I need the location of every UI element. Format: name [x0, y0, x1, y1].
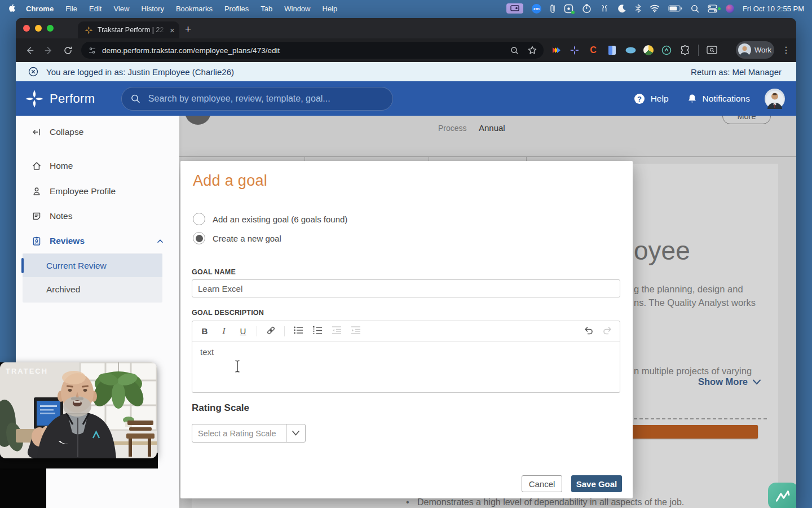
global-search[interactable]	[121, 87, 393, 111]
undo-button[interactable]	[582, 326, 594, 336]
bullet-list-button[interactable]	[293, 326, 304, 336]
chat-widget-logo-icon	[775, 489, 792, 503]
radio-create-goal[interactable]: Create a new goal	[193, 232, 281, 244]
return-as-link[interactable]: Return as: Mel Manager	[691, 67, 782, 77]
menubar-item-view[interactable]: View	[113, 5, 129, 13]
svg-text:?: ?	[637, 94, 642, 103]
menubar-item-history[interactable]: History	[141, 5, 164, 13]
tab-search-icon[interactable]	[706, 45, 717, 56]
control-center-icon[interactable]	[708, 5, 717, 13]
paperclip-icon[interactable]	[550, 4, 555, 14]
browser-tab[interactable]: Trakstar Perform | 22 Platform ×	[78, 21, 179, 38]
collapse-label: Collapse	[50, 127, 83, 137]
spotlight-search-icon[interactable]	[691, 5, 699, 13]
stop-impersonation-icon[interactable]	[28, 67, 38, 77]
sidebar-subitem-current-review[interactable]: Current Review	[23, 254, 162, 277]
airpods-icon[interactable]	[600, 5, 609, 12]
redo-button[interactable]	[602, 326, 613, 336]
extension-ring-icon[interactable]	[661, 45, 672, 56]
extension-oval-icon[interactable]	[625, 45, 636, 56]
sidebar-item-notes[interactable]: Notes	[16, 208, 179, 225]
reload-button[interactable]	[62, 45, 73, 56]
extension-c-icon[interactable]: C	[588, 45, 599, 56]
numbered-list-button[interactable]	[312, 326, 323, 336]
brand-name[interactable]: Perform	[50, 91, 95, 106]
macos-menubar: Chrome File Edit View History Bookmarks …	[0, 0, 812, 17]
url-text[interactable]: demo.perform.trakstar.com/employee_plans…	[102, 46, 280, 55]
browser-profile-chip[interactable]: Work	[736, 41, 774, 59]
radio-circle-checked[interactable]	[193, 232, 205, 244]
notifications-button[interactable]: Notifications	[687, 93, 750, 104]
menubar-item-chrome[interactable]: Chrome	[26, 5, 54, 13]
save-goal-button[interactable]: Save Goal	[571, 475, 622, 492]
rating-scale-select[interactable]: Select a Rating Scale	[192, 424, 306, 443]
indent-button[interactable]	[350, 326, 361, 336]
radio-existing-goal[interactable]: Add an existing goal (6 goals found)	[193, 213, 347, 225]
cancel-button[interactable]: Cancel	[522, 475, 562, 492]
timer-icon[interactable]	[582, 4, 592, 14]
menubar-item-edit[interactable]: Edit	[89, 5, 102, 13]
screen-sharing-icon[interactable]	[506, 3, 523, 14]
forward-button[interactable]	[43, 45, 54, 56]
address-bar[interactable]: demo.perform.trakstar.com/employee_plans…	[81, 42, 544, 59]
bluetooth-icon[interactable]	[635, 4, 641, 13]
zoom-page-icon[interactable]	[510, 46, 519, 55]
rating-scale-label: Rating Scale	[192, 402, 249, 414]
sidebar-collapse-button[interactable]: Collapse	[16, 124, 179, 141]
menubar-item-help[interactable]: Help	[323, 5, 338, 13]
select-chevron-down-icon[interactable]	[286, 424, 305, 442]
site-settings-icon[interactable]	[88, 46, 96, 55]
link-button[interactable]	[265, 325, 276, 338]
window-zoom-button[interactable]	[47, 25, 54, 32]
radio-circle-unchecked[interactable]	[193, 213, 205, 225]
menubar-item-profiles[interactable]: Profiles	[224, 5, 249, 13]
goal-name-input[interactable]	[192, 279, 620, 297]
siri-orb-icon[interactable]	[726, 5, 734, 13]
do-not-disturb-moon-icon[interactable]	[617, 4, 626, 13]
sidebar-item-employee-profile[interactable]: Employee Profile	[16, 183, 179, 200]
extension-document-icon[interactable]	[606, 45, 617, 56]
window-close-button[interactable]	[23, 25, 30, 32]
menubar-clock[interactable]: Fri Oct 10 2:55 PM	[743, 5, 804, 13]
extension-pie-icon[interactable]	[643, 45, 654, 55]
extension-arrow-icon[interactable]	[550, 45, 562, 56]
zoom-app-icon[interactable]: zm	[532, 4, 541, 14]
window-minimize-button[interactable]	[35, 25, 42, 32]
sidebar-subitem-archived[interactable]: Archived	[23, 277, 162, 301]
editor-content[interactable]: text	[192, 341, 620, 362]
presenter-webcam-video[interactable]: TRATECH	[0, 362, 157, 458]
tab-strip: Trakstar Perform | 22 Platform × +	[16, 18, 796, 38]
new-tab-button[interactable]: +	[185, 24, 191, 34]
extension-star-icon[interactable]	[569, 45, 580, 56]
menubar-item-file[interactable]: File	[65, 5, 77, 13]
toolbar-divider	[698, 45, 699, 56]
sidebar-item-home[interactable]: Home	[16, 157, 179, 174]
tab-close-icon[interactable]: ×	[170, 25, 175, 35]
goal-description-editor[interactable]: B I U	[192, 321, 620, 393]
home-icon	[32, 161, 42, 171]
apple-menu-icon[interactable]	[8, 4, 16, 14]
sidebar-subitem-label: Current Review	[46, 261, 107, 271]
user-avatar[interactable]	[765, 89, 785, 109]
menubar-item-bookmarks[interactable]: Bookmarks	[176, 5, 213, 13]
bold-button[interactable]: B	[199, 326, 210, 336]
browser-menu-kebab-icon[interactable]: ⋮	[782, 45, 791, 55]
toolbar-separator	[257, 326, 257, 336]
sidebar-item-reviews[interactable]: Reviews	[16, 233, 179, 249]
perform-logo-icon[interactable]	[25, 89, 44, 108]
menubar-item-tab[interactable]: Tab	[261, 5, 272, 13]
wifi-icon[interactable]	[650, 5, 660, 12]
italic-button[interactable]: I	[218, 326, 230, 336]
chat-widget-button[interactable]	[768, 483, 796, 508]
bookmark-star-icon[interactable]	[528, 46, 537, 55]
extensions-puzzle-icon[interactable]	[679, 45, 691, 56]
help-button[interactable]: ? Help	[633, 93, 669, 105]
battery-icon[interactable]	[668, 5, 682, 12]
outdent-button[interactable]	[331, 326, 342, 336]
search-icon	[131, 94, 140, 104]
search-input[interactable]	[147, 93, 383, 104]
underline-button[interactable]: U	[237, 326, 249, 336]
menubar-item-window[interactable]: Window	[284, 5, 310, 13]
back-button[interactable]	[24, 45, 35, 56]
passwords-app-icon[interactable]	[564, 4, 573, 14]
